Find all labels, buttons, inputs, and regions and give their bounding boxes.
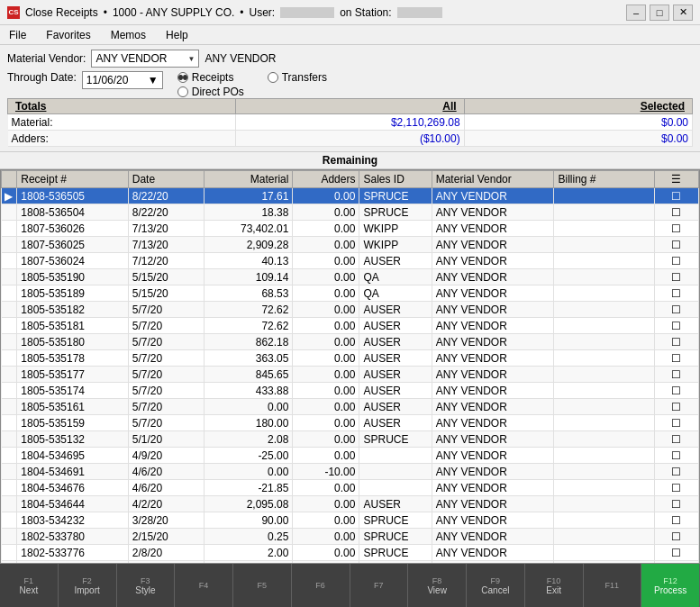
fn-key-f8[interactable]: F8View xyxy=(408,564,467,607)
table-row[interactable]: 1804-5346444/2/202,095.080.00AUSERANY VE… xyxy=(2,496,699,512)
fn-label-f8: View xyxy=(427,585,447,595)
fn-num-f2: F2 xyxy=(82,576,92,585)
app-icon: CS xyxy=(7,6,20,19)
fn-key-f4[interactable]: F4 xyxy=(175,564,233,607)
totals-adders-label: Adders: xyxy=(8,131,236,147)
totals-selected-header: Selected xyxy=(464,99,692,114)
vendor-label: Material Vendor: xyxy=(7,52,86,65)
fn-num-f5: F5 xyxy=(258,581,268,590)
fn-key-f9[interactable]: F9Cancel xyxy=(467,564,525,607)
select-menu-icon[interactable]: ☰ xyxy=(671,173,681,186)
radio-direct-pos-btn[interactable] xyxy=(177,86,188,97)
maximize-button[interactable]: □ xyxy=(650,5,669,21)
radio-transfers-btn[interactable] xyxy=(268,72,278,83)
title-company: 1000 - ANY SUPPLY CO. xyxy=(113,6,234,19)
top-section: Material Vendor: ANY VENDOR ▼ ANY VENDOR… xyxy=(0,45,700,152)
table-row[interactable]: 1805-5351325/1/202.080.00SPRUCEANY VENDO… xyxy=(2,431,699,448)
col-matvendor[interactable]: Material Vendor xyxy=(432,171,554,188)
table-row[interactable]: 1808-5365048/22/2018.380.00SPRUCEANY VEN… xyxy=(2,204,699,221)
menu-bar: File Favorites Memos Help xyxy=(0,25,700,45)
table-row[interactable]: ▶1808-5365058/22/2017.610.00SPRUCEANY VE… xyxy=(2,188,699,204)
fn-key-f3[interactable]: F3Style xyxy=(117,564,176,607)
title-station-label: on Station: xyxy=(340,6,391,19)
col-indicator xyxy=(2,171,17,188)
fn-key-f5[interactable]: F5 xyxy=(233,564,292,607)
table-row[interactable]: 1805-5351805/7/20862.180.00AUSERANY VEND… xyxy=(2,334,699,350)
col-billing[interactable]: Billing # xyxy=(554,171,654,188)
totals-material-all: $2,110,269.08 xyxy=(236,114,464,131)
radio-receipts[interactable]: Receipts xyxy=(177,71,244,84)
table-row[interactable]: 1807-5360267/13/2073,402.010.00WKIPPANY … xyxy=(2,221,699,237)
table-row[interactable]: 1805-5351615/7/200.000.00AUSERANY VENDOR… xyxy=(2,399,699,415)
table-row[interactable]: 1805-5351745/7/20433.880.00AUSERANY VEND… xyxy=(2,383,699,399)
vendor-select[interactable]: ANY VENDOR ▼ xyxy=(91,50,199,68)
minimize-button[interactable]: – xyxy=(626,5,646,21)
table-row[interactable]: 1802-5337762/8/202.000.00SPRUCEANY VENDO… xyxy=(2,545,699,561)
vendor-dropdown-icon: ▼ xyxy=(187,55,195,63)
col-adders[interactable]: Adders xyxy=(293,171,359,188)
title-sep2: • xyxy=(240,6,243,19)
totals-material-row: Material: $2,110,269.08 $0.00 xyxy=(8,114,693,131)
fn-key-f6[interactable]: F6 xyxy=(292,564,350,607)
radio-direct-pos[interactable]: Direct POs xyxy=(177,86,244,98)
fn-num-f6: F6 xyxy=(315,581,325,590)
menu-memos[interactable]: Memos xyxy=(105,28,151,42)
radio-receipts-btn[interactable] xyxy=(177,72,188,83)
title-bar-left: CS Close Receipts • 1000 - ANY SUPPLY CO… xyxy=(7,6,442,19)
menu-file[interactable]: File xyxy=(4,28,32,42)
controls-left: Material Vendor: ANY VENDOR ▼ ANY VENDOR… xyxy=(7,50,327,98)
fn-key-f2[interactable]: F2Import xyxy=(59,564,117,607)
totals-header: Totals xyxy=(8,99,236,114)
fn-key-f12[interactable]: F12Process xyxy=(641,564,700,607)
fn-key-f11[interactable]: F11 xyxy=(584,564,642,607)
fn-label-f3: Style xyxy=(135,585,155,595)
totals-table: Totals All Selected Material: $2,110,269… xyxy=(7,98,693,147)
vendor-display: ANY VENDOR xyxy=(205,52,276,65)
through-date-input[interactable]: 11/06/20 ▼ xyxy=(82,71,163,89)
table-row[interactable]: 1805-5351895/15/2068.530.00QAANY VENDOR☐ xyxy=(2,285,699,302)
menu-favorites[interactable]: Favorites xyxy=(41,28,95,42)
col-receipt[interactable]: Receipt # xyxy=(17,171,128,188)
table-row[interactable]: 1807-5360247/12/2040.130.00AUSERANY VEND… xyxy=(2,253,699,269)
col-salesid[interactable]: Sales ID xyxy=(359,171,432,188)
fn-key-f10[interactable]: F10Exit xyxy=(525,564,584,607)
fn-key-f7[interactable]: F7 xyxy=(350,564,409,607)
table-row[interactable]: 1802-5337802/15/200.250.00SPRUCEANY VEND… xyxy=(2,529,699,545)
table-row[interactable]: 1805-5351905/15/20109.140.00QAANY VENDOR… xyxy=(2,269,699,285)
menu-help[interactable]: Help xyxy=(160,28,194,42)
table-row[interactable]: 1802-5337752/8/204.000.00SPRUCEANY VENDO… xyxy=(2,561,699,564)
totals-section: Totals All Selected Material: $2,110,269… xyxy=(7,98,693,147)
col-date[interactable]: Date xyxy=(128,171,204,188)
close-button[interactable]: ✕ xyxy=(673,5,693,21)
table-row[interactable]: 1804-5346764/6/20-21.850.00ANY VENDOR☐ xyxy=(2,480,699,496)
totals-all-header: All xyxy=(236,99,464,114)
table-row[interactable]: 1805-5351775/7/20845.650.00AUSERANY VEND… xyxy=(2,367,699,383)
fn-num-f1: F1 xyxy=(24,576,34,585)
fn-num-f8: F8 xyxy=(432,576,442,585)
radio-transfers[interactable]: Transfers xyxy=(268,71,327,84)
table-row[interactable]: 1803-5342323/28/2090.000.00SPRUCEANY VEN… xyxy=(2,512,699,529)
table-row[interactable]: 1805-5351785/7/20363.050.00AUSERANY VEND… xyxy=(2,350,699,367)
table-row[interactable]: 1805-5351825/7/2072.620.00AUSERANY VENDO… xyxy=(2,302,699,318)
fn-key-f1[interactable]: F1Next xyxy=(0,564,59,607)
table-body: ▶1808-5365058/22/2017.610.00SPRUCEANY VE… xyxy=(2,188,699,564)
fn-label-f12: Process xyxy=(654,585,686,595)
col-material[interactable]: Material xyxy=(204,171,293,188)
fn-num-f3: F3 xyxy=(141,576,150,585)
table-row[interactable]: 1805-5351815/7/2072.620.00AUSERANY VENDO… xyxy=(2,318,699,334)
table-row[interactable]: 1804-5346914/6/200.00-10.00ANY VENDOR☐ xyxy=(2,464,699,480)
table-row[interactable]: 1807-5360257/13/202,909.280.00WKIPPANY V… xyxy=(2,237,699,253)
fn-num-f4: F4 xyxy=(199,581,209,590)
fn-num-f10: F10 xyxy=(547,576,561,585)
app-window: CS Close Receipts • 1000 - ANY SUPPLY CO… xyxy=(0,0,700,607)
title-username xyxy=(280,7,334,18)
title-close-receipts: Close Receipts xyxy=(25,6,98,19)
radio-receipts-label: Receipts xyxy=(192,71,234,84)
col-select[interactable]: ☰ xyxy=(654,171,698,188)
table-row[interactable]: 1805-5351595/7/20180.000.00AUSERANY VEND… xyxy=(2,415,699,431)
receipts-table-scroll[interactable]: Receipt # Date Material Adders Sales ID … xyxy=(1,170,699,563)
radio-group-transfers: Transfers xyxy=(268,71,327,84)
table-row[interactable]: 1804-5346954/9/20-25.000.00ANY VENDOR☐ xyxy=(2,448,699,464)
receipts-table-wrapper: Receipt # Date Material Adders Sales ID … xyxy=(0,169,700,564)
table-header: Receipt # Date Material Adders Sales ID … xyxy=(2,171,699,188)
